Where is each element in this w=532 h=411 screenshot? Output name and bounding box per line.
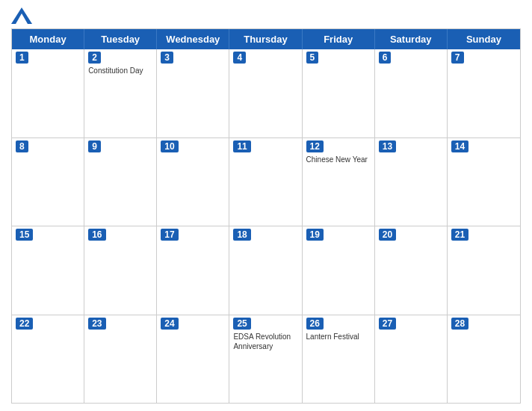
day-number: 23	[88, 318, 105, 330]
day-number: 2	[88, 52, 101, 64]
week-row-1: 12Constitution Day34567	[12, 49, 520, 138]
cal-cell-12: 12Chinese New Year	[303, 138, 375, 226]
weekday-header-friday: Friday	[303, 29, 375, 49]
cal-cell-21: 21	[448, 226, 520, 315]
cal-cell-1: 1	[12, 49, 84, 137]
cal-cell-5: 5	[303, 49, 375, 137]
cal-cell-3: 3	[157, 49, 229, 137]
cal-cell-17: 17	[157, 226, 229, 315]
logo-icon	[11, 7, 32, 24]
day-number: 6	[379, 52, 392, 64]
cal-cell-27: 27	[375, 315, 448, 404]
cal-cell-6: 6	[375, 49, 448, 137]
cal-cell-18: 18	[229, 226, 302, 315]
day-number: 19	[306, 229, 324, 241]
cal-cell-2: 2Constitution Day	[84, 49, 157, 137]
day-number: 13	[379, 140, 396, 152]
day-number: 25	[233, 318, 250, 330]
day-number: 26	[306, 318, 324, 330]
week-row-3: 15161718192021	[12, 226, 520, 315]
day-number: 10	[161, 140, 178, 152]
weekday-header-thursday: Thursday	[229, 29, 302, 49]
calendar-grid: MondayTuesdayWednesdayThursdayFridaySatu…	[11, 28, 521, 404]
cal-cell-14: 14	[448, 138, 520, 226]
calendar-body: 12Constitution Day3456789101112Chinese N…	[12, 49, 520, 403]
day-number: 7	[451, 52, 464, 64]
day-number: 17	[161, 229, 178, 241]
event-label: EDSA Revolution Anniversary	[233, 332, 297, 351]
weekday-header-tuesday: Tuesday	[84, 29, 157, 49]
day-number: 20	[379, 229, 396, 241]
weekday-header-sunday: Sunday	[448, 29, 520, 49]
day-number: 4	[233, 52, 246, 64]
week-row-2: 89101112Chinese New Year1314	[12, 138, 520, 227]
day-number: 11	[233, 140, 250, 152]
day-number: 24	[161, 318, 178, 330]
weekday-header-monday: Monday	[12, 29, 84, 49]
cal-cell-8: 8	[12, 138, 84, 226]
cal-cell-28: 28	[448, 315, 520, 404]
day-number: 27	[379, 318, 396, 330]
calendar-header	[11, 7, 521, 24]
week-row-4: 22232425EDSA Revolution Anniversary26Lan…	[12, 315, 520, 404]
logo	[11, 7, 35, 24]
cal-cell-10: 10	[157, 138, 229, 226]
cal-cell-25: 25EDSA Revolution Anniversary	[229, 315, 302, 404]
weekday-header: MondayTuesdayWednesdayThursdayFridaySatu…	[12, 29, 520, 49]
day-number: 14	[451, 140, 468, 152]
cal-cell-26: 26Lantern Festival	[303, 315, 375, 404]
cal-cell-19: 19	[303, 226, 375, 315]
day-number: 3	[161, 52, 173, 64]
event-label: Lantern Festival	[306, 332, 371, 342]
day-number: 28	[451, 318, 468, 330]
cal-cell-23: 23	[84, 315, 157, 404]
day-number: 18	[233, 229, 250, 241]
day-number: 15	[16, 229, 33, 241]
cal-cell-11: 11	[229, 138, 302, 226]
cal-cell-24: 24	[157, 315, 229, 404]
day-number: 21	[451, 229, 468, 241]
day-number: 9	[88, 140, 101, 152]
day-number: 5	[306, 52, 319, 64]
cal-cell-22: 22	[12, 315, 84, 404]
day-number: 1	[16, 52, 28, 64]
event-label: Constitution Day	[88, 66, 152, 75]
event-label: Chinese New Year	[306, 155, 371, 164]
day-number: 16	[88, 229, 105, 241]
calendar-page: MondayTuesdayWednesdayThursdayFridaySatu…	[0, 0, 532, 411]
cal-cell-16: 16	[84, 226, 157, 315]
day-number: 22	[16, 318, 33, 330]
weekday-header-wednesday: Wednesday	[157, 29, 229, 49]
cal-cell-20: 20	[375, 226, 448, 315]
cal-cell-15: 15	[12, 226, 84, 315]
cal-cell-4: 4	[229, 49, 302, 137]
cal-cell-7: 7	[448, 49, 520, 137]
cal-cell-9: 9	[84, 138, 157, 226]
day-number: 12	[306, 140, 324, 152]
cal-cell-13: 13	[375, 138, 448, 226]
weekday-header-saturday: Saturday	[375, 29, 448, 49]
day-number: 8	[16, 140, 28, 152]
